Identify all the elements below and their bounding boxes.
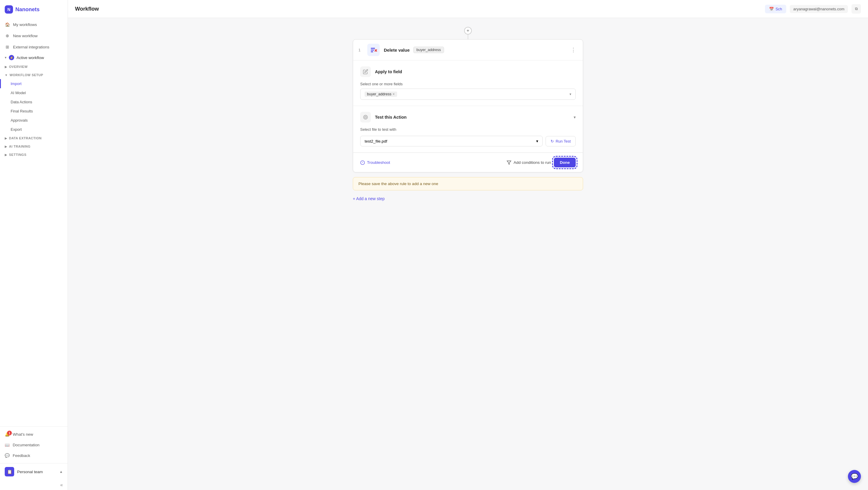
team-name: Personal team: [17, 470, 43, 474]
collapse-icon: «: [60, 482, 63, 487]
sidebar-item-label: External integrations: [13, 45, 49, 49]
personal-team-left: 📋 Personal team: [5, 467, 43, 477]
book-icon: 📖: [5, 442, 10, 447]
chevron-right-icon: ▶: [5, 153, 7, 156]
sidebar-item-external-integrations[interactable]: ⊞ External integrations: [0, 41, 68, 53]
conditions-button[interactable]: Add conditions to run: [507, 160, 551, 165]
section-header: Apply to field: [360, 66, 576, 77]
sidebar-item-whats-new[interactable]: 🔔 1 What's new: [0, 429, 68, 439]
troubleshoot-icon: [360, 160, 365, 165]
sidebar-sub-item-label: Final Results: [11, 109, 33, 113]
sidebar-sub-item-label: Import: [11, 82, 22, 86]
feedback-label: Feedback: [13, 453, 30, 458]
action-label: Delete value: [384, 48, 410, 53]
svg-rect-0: [371, 48, 375, 49]
collapse-sidebar-button[interactable]: «: [0, 480, 68, 490]
field-label: Select one or more fields: [360, 82, 576, 86]
header-right: 📅 Sch aryanagrawal@nanonets.com ⧉: [765, 4, 861, 13]
pencil-icon: [360, 66, 371, 77]
active-workflow-header[interactable]: ▾ ⚡ Active workflow: [0, 53, 68, 63]
dropdown-arrow-icon: ▾: [569, 92, 571, 96]
test-section-expand-button[interactable]: ▾: [574, 115, 576, 120]
svg-point-6: [365, 116, 366, 118]
save-warning: Please save the above rule to add a new …: [353, 177, 583, 190]
sidebar-item-documentation[interactable]: 📖 Documentation: [0, 439, 68, 450]
step-number: 1: [359, 48, 363, 52]
add-step-label: + Add a new step: [353, 196, 385, 201]
sidebar-item-final-results[interactable]: Final Results: [0, 106, 68, 116]
sidebar-item-ai-model[interactable]: AI Model: [0, 88, 68, 97]
section-overview[interactable]: ▶ OVERVIEW: [0, 63, 68, 71]
page-title: Workflow: [75, 6, 99, 12]
sidebar-item-new-workflow[interactable]: ⊕ New workflow: [0, 30, 68, 41]
sidebar-item-my-workflows[interactable]: 🏠 My workflows: [0, 19, 68, 30]
section-label: OVERVIEW: [9, 65, 28, 68]
section-label: DATA EXTRACTION: [9, 136, 42, 140]
add-step-circle-button[interactable]: +: [464, 27, 472, 34]
run-test-button[interactable]: ↻ Run Test: [546, 136, 576, 146]
copy-button[interactable]: ⧉: [851, 4, 861, 13]
notification-badge: 1: [7, 431, 12, 435]
sidebar-sub-item-label: Data Actions: [11, 100, 32, 104]
conditions-icon: [507, 160, 512, 165]
schedule-button[interactable]: 📅 Sch: [765, 5, 786, 13]
step-header: 1 Delete value buyer_address: [353, 39, 583, 60]
documentation-label: Documentation: [13, 443, 39, 447]
section-label: WORKFLOW SETUP: [9, 73, 43, 77]
logo[interactable]: N Nanonets: [0, 0, 68, 19]
chat-bubble-button[interactable]: 💬: [848, 470, 861, 483]
done-label: Done: [560, 160, 570, 165]
section-label: SETTINGS: [9, 153, 27, 156]
schedule-label: Sch: [776, 7, 782, 11]
dropdown-arrow-icon: ▾: [536, 139, 538, 144]
header: Workflow 📅 Sch aryanagrawal@nanonets.com…: [68, 0, 868, 18]
sidebar-item-data-actions[interactable]: Data Actions: [0, 97, 68, 106]
notification-wrapper: 🔔 1: [5, 432, 10, 436]
done-button[interactable]: Done: [554, 158, 576, 167]
field-chip-value: buyer_address: [367, 92, 392, 96]
whats-new-label: What's new: [13, 432, 33, 436]
sidebar-sub-item-label: AI Model: [11, 91, 26, 95]
section-ai-training[interactable]: ▶ AI TRAINING: [0, 142, 68, 151]
troubleshoot-label: Troubleshoot: [367, 160, 390, 165]
step-icon-box: [367, 44, 380, 56]
grid-icon: ⊞: [5, 44, 10, 50]
sidebar-item-feedback[interactable]: 💬 Feedback: [0, 450, 68, 461]
workflow-container: + 1: [353, 27, 583, 202]
section-settings[interactable]: ▶ SETTINGS: [0, 151, 68, 159]
sidebar-item-approvals[interactable]: Approvals: [0, 116, 68, 125]
personal-team[interactable]: 📋 Personal team ▲: [0, 463, 68, 480]
chevron-up-icon: ▲: [59, 470, 63, 474]
chip-close-button[interactable]: ×: [393, 92, 395, 96]
team-icon: 📋: [5, 467, 14, 477]
sidebar-item-import[interactable]: Import: [0, 79, 68, 88]
sidebar-item-export[interactable]: Export: [0, 125, 68, 134]
refresh-icon: ↻: [551, 139, 554, 144]
chevron-right-icon: ▶: [5, 145, 7, 148]
svg-rect-4: [371, 51, 373, 52]
test-file-selector[interactable]: test2_file.pdf ▾: [360, 136, 542, 146]
section-data-extraction[interactable]: ▶ DATA EXTRACTION: [0, 134, 68, 142]
field-selector[interactable]: buyer_address × ▾: [360, 89, 576, 100]
user-email: aryanagrawal@nanonets.com: [790, 5, 848, 13]
test-section-title: Test this Action: [375, 115, 407, 120]
svg-marker-10: [507, 161, 511, 164]
test-file-value: test2_file.pdf: [365, 139, 388, 144]
more-options-button[interactable]: ⋮: [569, 46, 578, 54]
step-connector-top: +: [353, 27, 583, 39]
sidebar-sub-item-label: Approvals: [11, 118, 28, 123]
field-select-inner: buyer_address ×: [365, 92, 397, 97]
svg-point-5: [364, 115, 368, 119]
add-new-step-button[interactable]: + Add a new step: [353, 195, 583, 202]
chat-icon: 💬: [851, 473, 858, 480]
logo-text: Nanonets: [16, 6, 39, 13]
step-title: Delete value buyer_address: [384, 47, 565, 53]
section-workflow-setup[interactable]: ▼ WORKFLOW SETUP: [0, 71, 68, 79]
plus-circle-icon: ⊕: [5, 33, 10, 38]
test-file-label: Select file to test with: [360, 127, 576, 132]
delete-value-icon: [370, 47, 377, 54]
sidebar-item-label: New workflow: [13, 34, 37, 38]
footer-right: Add conditions to run Done: [507, 158, 576, 167]
troubleshoot-button[interactable]: Troubleshoot: [360, 160, 390, 165]
schedule-icon: 📅: [769, 7, 774, 11]
